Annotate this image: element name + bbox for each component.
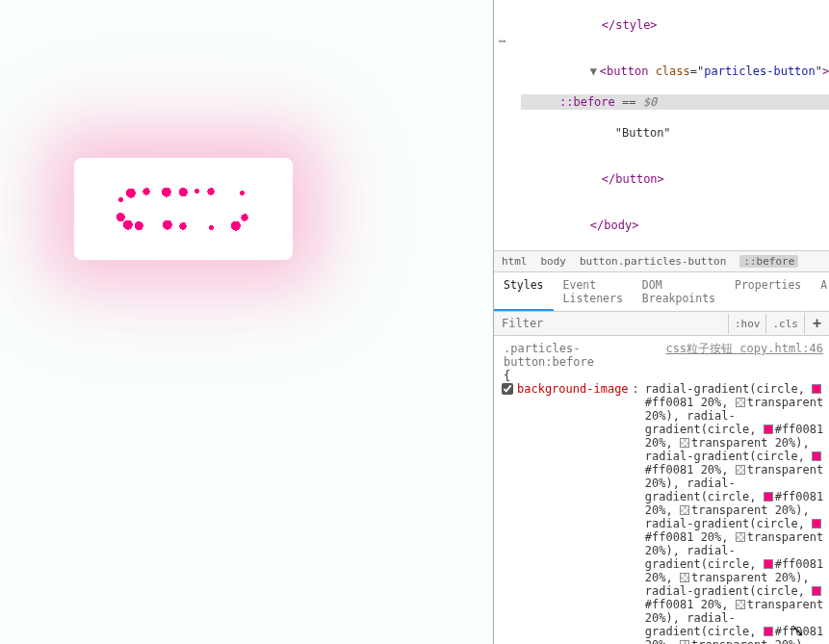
tab-styles[interactable]: Styles bbox=[494, 272, 554, 311]
color-swatch-icon[interactable] bbox=[680, 573, 689, 582]
dom-node[interactable]: </body> bbox=[521, 202, 829, 248]
cls-toggle[interactable]: .cls bbox=[765, 314, 804, 334]
new-style-rule-button[interactable]: + bbox=[804, 313, 829, 334]
property-name[interactable]: background-image bbox=[517, 382, 629, 396]
elements-breadcrumb: html body button.particles-button ::befo… bbox=[494, 250, 829, 272]
color-swatch-icon[interactable] bbox=[764, 627, 773, 636]
gutter-ellipsis-icon[interactable]: … bbox=[494, 31, 511, 46]
preview-pane: Button bbox=[0, 0, 493, 644]
breadcrumb-item[interactable]: body bbox=[541, 255, 567, 268]
particles-button[interactable]: Button bbox=[74, 158, 293, 260]
dom-node-selected[interactable]: ::before == $0 bbox=[521, 94, 829, 110]
hov-toggle[interactable]: :hov bbox=[728, 314, 766, 334]
color-swatch-icon[interactable] bbox=[812, 451, 821, 461]
tab-properties[interactable]: Properties bbox=[725, 272, 811, 311]
tab-event-listeners[interactable]: Event Listeners bbox=[554, 272, 633, 311]
color-swatch-icon[interactable] bbox=[736, 398, 745, 407]
rule-header: .particles-button:before css粒子按钮 copy.ht… bbox=[498, 340, 825, 369]
devtools-panel: </style> ▼<button class="particles-butto… bbox=[493, 0, 829, 644]
property-value[interactable]: radial-gradient(circle, #ff0081 20%, tra… bbox=[643, 382, 825, 644]
expand-caret-icon[interactable]: ▼ bbox=[590, 64, 600, 79]
declaration-toggle[interactable] bbox=[502, 383, 513, 395]
color-swatch-icon[interactable] bbox=[764, 492, 773, 502]
rule-selector[interactable]: .particles-button:before bbox=[504, 342, 658, 369]
dom-close-tag: </button> bbox=[602, 172, 664, 186]
color-swatch-icon[interactable] bbox=[812, 519, 821, 528]
dom-pseudo-before: ::before bbox=[559, 94, 615, 110]
styles-body[interactable]: .particles-button:before css粒子按钮 copy.ht… bbox=[494, 336, 829, 644]
color-swatch-icon[interactable] bbox=[736, 600, 745, 609]
dom-node[interactable]: </button> bbox=[521, 156, 829, 202]
declaration-background-image[interactable]: background-image: radial-gradient(circle… bbox=[498, 382, 825, 644]
breadcrumb-item[interactable]: button.particles-button bbox=[580, 255, 726, 268]
dom-close-tag: </body> bbox=[590, 219, 639, 232]
color-swatch-icon[interactable] bbox=[764, 425, 773, 434]
breadcrumb-item[interactable]: html bbox=[502, 255, 528, 268]
color-swatch-icon[interactable] bbox=[736, 532, 745, 542]
equals-label: == bbox=[615, 94, 643, 110]
styles-subtabs: Styles Event Listeners DOM Breakpoints P… bbox=[494, 272, 829, 312]
dom-node[interactable]: ▼<button class="particles-button"> bbox=[521, 48, 829, 94]
tab-dom-breakpoints[interactable]: DOM Breakpoints bbox=[633, 272, 725, 311]
styles-toolbar: :hov .cls + bbox=[494, 312, 829, 336]
color-swatch-icon[interactable] bbox=[812, 586, 821, 596]
dom-text-node: "Button" bbox=[615, 126, 671, 140]
color-swatch-icon[interactable] bbox=[680, 640, 689, 644]
elements-dom-tree[interactable]: </style> ▼<button class="particles-butto… bbox=[494, 0, 829, 250]
dom-close-tag: </style> bbox=[602, 18, 658, 32]
color-swatch-icon[interactable] bbox=[764, 559, 773, 569]
color-swatch-icon[interactable] bbox=[680, 505, 689, 515]
color-swatch-icon[interactable] bbox=[680, 438, 689, 448]
styles-filter-input[interactable] bbox=[494, 312, 728, 335]
dollar-zero: $0 bbox=[643, 94, 657, 110]
rule-open-brace: { bbox=[498, 369, 825, 382]
rule-origin-link[interactable]: css粒子按钮 copy.html:46 bbox=[658, 342, 823, 369]
breadcrumb-item-selected[interactable]: ::before bbox=[739, 255, 798, 268]
color-swatch-icon[interactable] bbox=[812, 384, 821, 394]
tab-overflow[interactable]: A bbox=[811, 272, 829, 311]
dom-node[interactable]: "Button" bbox=[521, 110, 829, 156]
color-swatch-icon[interactable] bbox=[736, 465, 745, 475]
dom-node[interactable]: </style> bbox=[521, 2, 829, 48]
